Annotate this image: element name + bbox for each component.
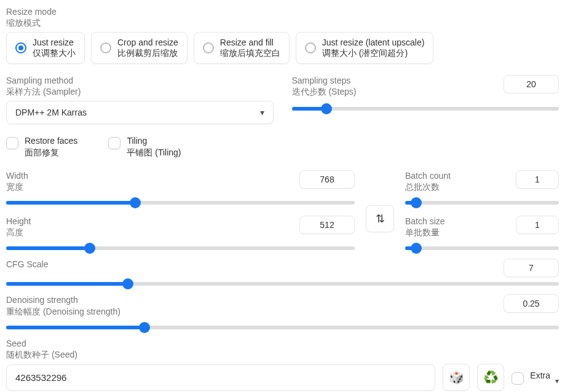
checkbox-icon [512,372,524,385]
batch-size-label: Batch size 单批数量 [405,216,445,238]
resize-option-just-resize[interactable]: Just resize 仅调整大小 [6,32,85,64]
restore-faces-checkbox[interactable]: Restore faces 面部修复 [6,135,77,157]
chevron-down-icon: ▾ [260,108,264,117]
swap-dimensions-button[interactable]: ⇅ [366,205,394,232]
sampling-method-label: Sampling method 采样方法 (Sampler) [6,75,274,97]
checkbox-icon [6,137,18,149]
height-label: Height 高度 [6,216,31,238]
chevron-down-icon: ▾ [555,377,559,385]
sampling-steps-slider[interactable] [292,107,559,111]
cfg-scale-slider[interactable] [6,282,559,286]
dice-icon: 🎲 [449,370,464,385]
random-seed-button[interactable]: 🎲 [443,364,470,391]
reuse-seed-button[interactable]: ♻️ [477,364,504,391]
cfg-scale-label: CFG Scale [6,259,48,270]
batch-count-label: Batch count 总批次数 [405,170,451,192]
sampling-steps-label: Sampling steps 迭代步数 (Steps) [292,75,357,97]
sampling-method-value: DPM++ 2M Karras [15,108,87,117]
radio-icon [15,42,26,53]
seed-label: Seed 随机数种子 (Seed) [6,338,559,360]
batch-size-value[interactable]: 1 [516,216,559,234]
sampling-method-select[interactable]: DPM++ 2M Karras ▾ [6,101,274,124]
width-slider[interactable] [6,201,355,205]
resize-option-latent-upscale[interactable]: Just resize (latent upscale) 调整大小 (潜空间超分… [296,32,434,64]
checkbox-icon [108,137,121,149]
resize-option-crop-and-resize[interactable]: Crop and resize 比例裁剪后缩放 [91,32,188,64]
denoising-value[interactable]: 0.25 [504,294,559,313]
seed-input[interactable]: 4263532296 [6,364,435,391]
width-label: Width 宽度 [6,170,28,192]
extra-checkbox[interactable]: Extra [512,370,550,385]
radio-icon [305,42,316,53]
extra-label: Extra [530,370,550,380]
resize-mode-options: Just resize 仅调整大小 Crop and resize 比例裁剪后缩… [6,32,559,64]
batch-count-slider[interactable] [405,201,559,205]
height-value[interactable]: 512 [299,216,355,234]
cfg-scale-value[interactable]: 7 [504,259,559,277]
batch-count-value[interactable]: 1 [516,170,559,189]
resize-mode-label: Resize mode 缩放模式 [6,6,559,28]
swap-icon: ⇅ [376,212,385,225]
height-slider[interactable] [6,246,355,250]
width-value[interactable]: 768 [299,170,355,189]
denoising-slider[interactable] [6,326,559,329]
recycle-icon: ♻️ [483,370,499,385]
radio-icon [203,42,214,53]
radio-icon [100,42,111,53]
resize-option-resize-and-fill[interactable]: Resize and fill 缩放后填充空白 [194,32,290,64]
tiling-checkbox[interactable]: Tiling 平铺图 (Tiling) [108,135,181,157]
batch-size-slider[interactable] [405,246,559,250]
denoising-label: Denoising strength 重绘幅度 (Denoising stren… [6,294,121,316]
sampling-steps-value[interactable]: 20 [504,75,559,93]
